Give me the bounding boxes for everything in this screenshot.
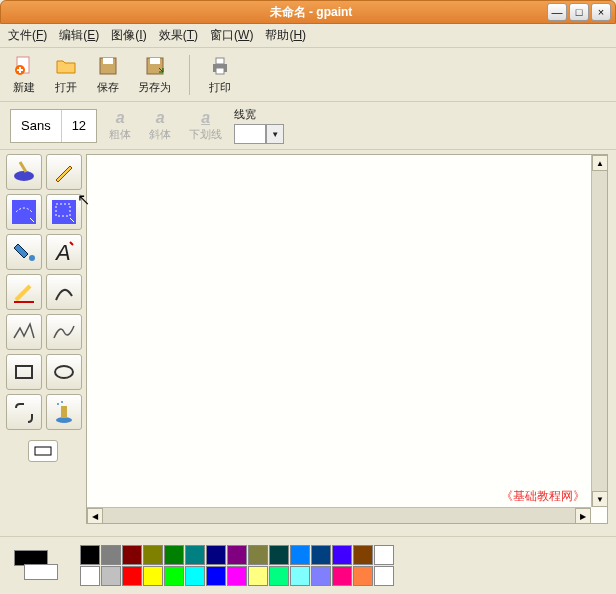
- svg-point-20: [61, 401, 63, 403]
- color-swatch[interactable]: [185, 545, 205, 565]
- tool-line[interactable]: [46, 274, 82, 310]
- background-color[interactable]: [24, 564, 58, 580]
- tool-lasso[interactable]: [6, 194, 42, 230]
- color-swatch[interactable]: [374, 566, 394, 586]
- menu-effects[interactable]: 效果(T): [159, 27, 198, 44]
- color-swatch[interactable]: [353, 566, 373, 586]
- underline-button[interactable]: a 下划线: [183, 109, 228, 142]
- open-folder-icon: [54, 54, 78, 78]
- maximize-button[interactable]: □: [569, 3, 589, 21]
- color-toolbar: [0, 536, 616, 594]
- color-swatch[interactable]: [143, 566, 163, 586]
- color-swatch[interactable]: [164, 545, 184, 565]
- bold-label: 粗体: [109, 127, 131, 142]
- color-swatch[interactable]: [164, 566, 184, 586]
- scroll-right-icon[interactable]: ▶: [575, 508, 591, 524]
- main-toolbar: 新建 打开 保存 另存为 打印: [0, 48, 616, 102]
- scroll-down-icon[interactable]: ▼: [592, 491, 608, 507]
- color-swatch[interactable]: [269, 566, 289, 586]
- color-swatch[interactable]: [248, 545, 268, 565]
- italic-label: 斜体: [149, 127, 171, 142]
- svg-point-16: [55, 366, 73, 378]
- window-title: 未命名 - gpaint: [75, 4, 547, 21]
- color-swatch[interactable]: [269, 545, 289, 565]
- saveas-button[interactable]: 另存为: [138, 54, 171, 95]
- tool-pencil[interactable]: [46, 154, 82, 190]
- vertical-scrollbar[interactable]: ▲ ▼: [591, 155, 607, 507]
- new-label: 新建: [13, 80, 35, 95]
- linewidth-label: 线宽: [234, 107, 284, 122]
- color-swatch[interactable]: [227, 566, 247, 586]
- color-swatch[interactable]: [206, 566, 226, 586]
- toolbar-separator: [189, 55, 190, 95]
- drawing-canvas[interactable]: [87, 155, 607, 523]
- color-swatch[interactable]: [101, 566, 121, 586]
- color-swatch[interactable]: [80, 566, 100, 586]
- new-button[interactable]: 新建: [12, 54, 36, 95]
- tool-eraser[interactable]: [6, 274, 42, 310]
- menu-edit[interactable]: 编辑(E): [59, 27, 99, 44]
- current-colors[interactable]: [10, 546, 70, 586]
- italic-icon: a: [156, 109, 165, 127]
- font-selector[interactable]: Sans 12: [10, 109, 97, 143]
- color-swatch[interactable]: [80, 545, 100, 565]
- tool-rect-select[interactable]: [46, 194, 82, 230]
- italic-button[interactable]: a 斜体: [143, 109, 177, 142]
- close-button[interactable]: ×: [591, 3, 611, 21]
- bold-icon: a: [116, 109, 125, 127]
- tool-polyline[interactable]: [6, 314, 42, 350]
- save-disk-icon: [96, 54, 120, 78]
- color-swatch[interactable]: [332, 545, 352, 565]
- tool-rectangle[interactable]: [6, 354, 42, 390]
- tool-rounded-rect[interactable]: [6, 394, 42, 430]
- tool-bucket[interactable]: [6, 234, 42, 270]
- color-swatch[interactable]: [122, 545, 142, 565]
- color-swatch[interactable]: [311, 545, 331, 565]
- print-button[interactable]: 打印: [208, 54, 232, 95]
- fill-option-outline[interactable]: [28, 440, 58, 462]
- font-name[interactable]: Sans: [11, 110, 62, 142]
- tool-ellipse[interactable]: [46, 354, 82, 390]
- linewidth-group: 线宽 ▼: [234, 107, 284, 144]
- menu-image[interactable]: 图像(I): [111, 27, 146, 44]
- saveas-icon: [143, 54, 167, 78]
- color-swatch[interactable]: [122, 566, 142, 586]
- color-swatch[interactable]: [332, 566, 352, 586]
- tool-spray[interactable]: [46, 394, 82, 430]
- menu-file[interactable]: 文件(F): [8, 27, 47, 44]
- open-button[interactable]: 打开: [54, 54, 78, 95]
- menu-help[interactable]: 帮助(H): [265, 27, 306, 44]
- color-swatch[interactable]: [248, 566, 268, 586]
- menu-window[interactable]: 窗口(W): [210, 27, 253, 44]
- color-swatch[interactable]: [290, 545, 310, 565]
- bold-button[interactable]: a 粗体: [103, 109, 137, 142]
- printer-icon: [208, 54, 232, 78]
- color-swatch[interactable]: [374, 545, 394, 565]
- tool-curve[interactable]: [46, 314, 82, 350]
- tool-text[interactable]: A: [46, 234, 82, 270]
- linewidth-dropdown[interactable]: ▼: [266, 124, 284, 144]
- open-label: 打开: [55, 80, 77, 95]
- svg-point-13: [29, 255, 35, 261]
- save-button[interactable]: 保存: [96, 54, 120, 95]
- linewidth-preview[interactable]: [234, 124, 266, 144]
- tool-options: [6, 440, 80, 462]
- color-swatch[interactable]: [290, 566, 310, 586]
- color-swatch[interactable]: [206, 545, 226, 565]
- color-swatch[interactable]: [101, 545, 121, 565]
- color-swatch[interactable]: [311, 566, 331, 586]
- font-size[interactable]: 12: [62, 110, 96, 142]
- canvas-area: 《基础教程网》 ▲ ▼ ◀ ▶: [86, 154, 608, 524]
- menubar: 文件(F) 编辑(E) 图像(I) 效果(T) 窗口(W) 帮助(H): [0, 24, 616, 48]
- svg-rect-3: [103, 58, 113, 64]
- tool-fill[interactable]: [6, 154, 42, 190]
- color-swatch[interactable]: [185, 566, 205, 586]
- color-swatch[interactable]: [143, 545, 163, 565]
- underline-icon: a: [201, 109, 210, 127]
- scroll-up-icon[interactable]: ▲: [592, 155, 608, 171]
- horizontal-scrollbar[interactable]: ◀ ▶: [87, 507, 591, 523]
- scroll-left-icon[interactable]: ◀: [87, 508, 103, 524]
- color-swatch[interactable]: [227, 545, 247, 565]
- color-swatch[interactable]: [353, 545, 373, 565]
- minimize-button[interactable]: —: [547, 3, 567, 21]
